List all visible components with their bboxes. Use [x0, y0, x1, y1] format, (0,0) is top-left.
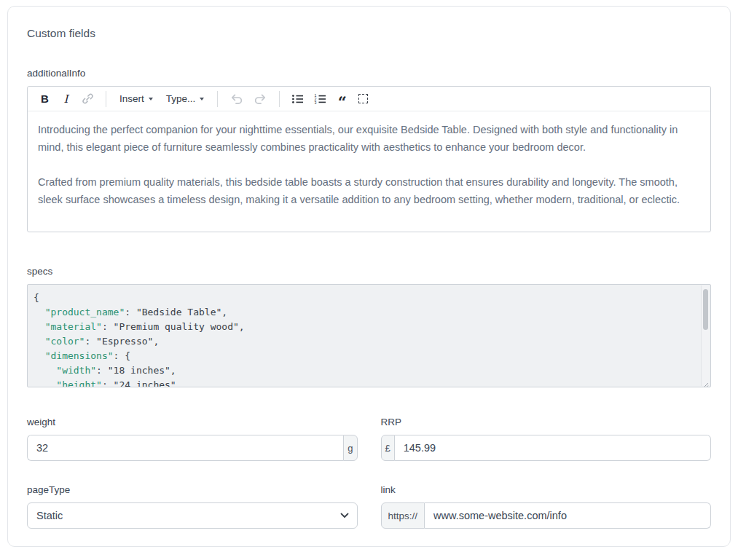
blockquote-button[interactable]: “	[332, 90, 352, 109]
currency-addon: £	[381, 435, 395, 461]
bold-button[interactable]: B	[35, 90, 55, 109]
weight-label: weight	[27, 417, 358, 427]
caret-down-icon	[149, 98, 153, 100]
link-button[interactable]	[77, 90, 98, 109]
editor-content[interactable]: Introducing the perfect companion for yo…	[28, 111, 710, 232]
hr-block-button[interactable]	[353, 90, 373, 109]
type-dropdown-label: Type...	[166, 93, 196, 104]
card-title: Custom fields	[27, 27, 711, 40]
insert-dropdown[interactable]: Insert	[114, 90, 159, 109]
insert-dropdown-label: Insert	[119, 93, 144, 104]
dashed-square-icon	[358, 94, 368, 103]
numbered-list-button[interactable]: 123	[310, 90, 331, 109]
type-dropdown[interactable]: Type...	[160, 90, 211, 109]
undo-button[interactable]	[225, 90, 248, 109]
rich-text-editor: B I Insert Type.	[27, 86, 711, 232]
italic-button[interactable]: I	[56, 90, 76, 109]
specs-code-editor[interactable]: { "product_name": "Bedside Table", "mate…	[27, 284, 711, 387]
specs-scrollbar-thumb[interactable]	[703, 289, 708, 330]
undo-icon	[229, 92, 243, 106]
specs-label: specs	[27, 266, 711, 277]
custom-fields-card: Custom fields additionalInfo B I	[7, 6, 731, 547]
bullet-list-icon	[291, 93, 304, 105]
editor-paragraph: Crafted from premium quality materials, …	[38, 173, 700, 208]
rrp-input-group: £	[381, 435, 712, 461]
protocol-addon: https://	[381, 502, 425, 529]
svg-text:3: 3	[315, 100, 317, 104]
specs-scrollbar[interactable]	[701, 285, 710, 386]
redo-button[interactable]	[249, 90, 272, 109]
toolbar-divider	[217, 91, 218, 107]
redo-icon	[254, 92, 267, 106]
editor-paragraph: Introducing the perfect companion for yo…	[38, 121, 700, 156]
specs-code: { "product_name": "Bedside Table", "mate…	[28, 285, 710, 387]
page-type-select[interactable]: Static	[27, 502, 358, 529]
rrp-input[interactable]	[395, 435, 711, 461]
weight-unit-addon: g	[343, 435, 357, 461]
link-label: link	[381, 484, 712, 495]
rich-text-toolbar: B I Insert Type.	[28, 87, 710, 111]
toolbar-divider	[106, 91, 106, 107]
resize-handle-icon[interactable]	[702, 378, 709, 385]
link-input[interactable]	[425, 502, 711, 529]
caret-down-icon	[200, 98, 204, 100]
bullet-list-button[interactable]	[287, 90, 308, 109]
weight-input[interactable]	[27, 435, 343, 461]
page-type-select-wrap: Static	[27, 502, 358, 529]
numbered-list-icon: 123	[314, 93, 326, 105]
page-type-label: pageType	[27, 484, 358, 495]
weight-input-group: g	[27, 435, 358, 461]
additional-info-label: additionalInfo	[27, 68, 711, 79]
rrp-label: RRP	[381, 417, 712, 427]
chain-link-icon	[82, 92, 94, 105]
toolbar-divider	[279, 91, 280, 107]
link-input-group: https://	[381, 502, 712, 529]
